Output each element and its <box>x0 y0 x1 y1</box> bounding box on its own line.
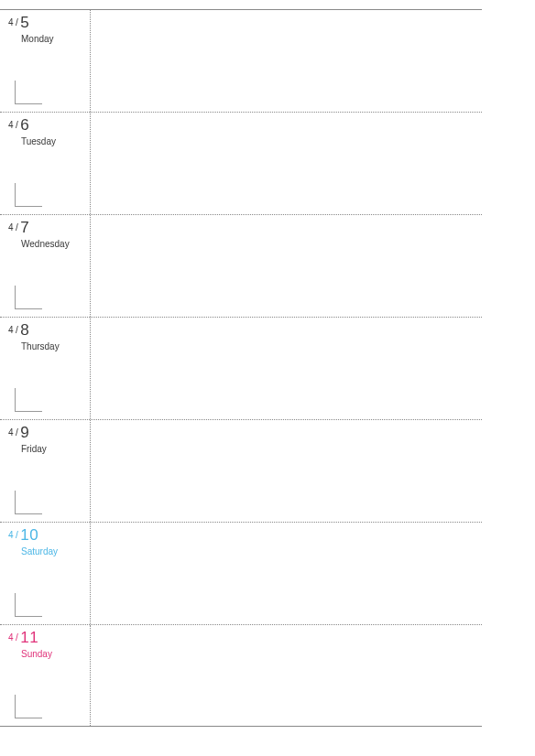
day-row-monday: 4/5 Monday <box>0 9 482 112</box>
slash: / <box>16 632 18 643</box>
weekly-planner: 4/5 Monday 4/6 Tuesday 4/7 Wednesday <box>0 0 482 727</box>
day-number: 11 <box>20 629 38 646</box>
day-of-week: Tuesday <box>21 136 90 146</box>
event-area[interactable] <box>91 318 482 419</box>
event-area[interactable] <box>91 10 482 112</box>
slash: / <box>16 120 18 130</box>
date-cell: 4/5 Monday <box>0 10 91 112</box>
slash: / <box>16 17 18 27</box>
event-area[interactable] <box>91 625 482 726</box>
weather-box-icon <box>15 81 42 104</box>
month: 4 <box>8 530 14 540</box>
weather-box-icon <box>15 695 42 718</box>
date-cell: 4/7 Wednesday <box>0 215 91 317</box>
weather-box-icon <box>15 286 42 309</box>
day-of-week: Sunday <box>21 649 90 659</box>
day-number: 6 <box>20 116 29 134</box>
date-line: 4/11 <box>8 629 90 647</box>
date-line: 4/7 <box>8 219 90 237</box>
date-cell: 4/11 Sunday <box>0 625 91 726</box>
date-line: 4/9 <box>8 424 90 442</box>
weather-box-icon <box>15 183 42 207</box>
slash: / <box>16 427 18 437</box>
day-of-week: Wednesday <box>21 239 90 249</box>
date-cell: 4/9 Friday <box>0 420 91 522</box>
day-number: 8 <box>20 321 29 339</box>
month: 4 <box>8 120 14 130</box>
date-line: 4/8 <box>8 321 90 340</box>
month: 4 <box>8 222 14 232</box>
weather-box-icon <box>15 491 42 514</box>
day-row-tuesday: 4/6 Tuesday <box>0 112 482 214</box>
slash: / <box>16 325 18 335</box>
weather-box-icon <box>15 593 42 617</box>
date-line: 4/10 <box>8 526 90 545</box>
month: 4 <box>8 325 14 335</box>
day-row-sunday: 4/11 Sunday <box>0 624 482 727</box>
slash: / <box>16 530 18 540</box>
day-number: 10 <box>20 526 38 544</box>
day-row-thursday: 4/8 Thursday <box>0 317 482 419</box>
month: 4 <box>8 632 14 643</box>
slash: / <box>16 222 18 232</box>
date-line: 4/6 <box>8 116 90 135</box>
day-number: 7 <box>20 219 29 236</box>
date-cell: 4/8 Thursday <box>0 318 91 419</box>
weather-box-icon <box>15 388 42 412</box>
date-cell: 4/10 Saturday <box>0 523 91 624</box>
date-cell: 4/6 Tuesday <box>0 113 91 214</box>
day-of-week: Monday <box>21 34 90 44</box>
day-of-week: Thursday <box>21 341 90 351</box>
month: 4 <box>8 427 14 437</box>
day-number: 5 <box>20 14 29 31</box>
day-number: 9 <box>20 424 29 441</box>
event-area[interactable] <box>91 215 482 317</box>
day-of-week: Saturday <box>21 546 90 556</box>
date-line: 4/5 <box>8 14 90 32</box>
event-area[interactable] <box>91 113 482 214</box>
event-area[interactable] <box>91 523 482 624</box>
event-area[interactable] <box>91 420 482 522</box>
day-row-wednesday: 4/7 Wednesday <box>0 214 482 317</box>
day-row-friday: 4/9 Friday <box>0 419 482 522</box>
day-of-week: Friday <box>21 444 90 454</box>
day-row-saturday: 4/10 Saturday <box>0 522 482 624</box>
month: 4 <box>8 17 14 27</box>
